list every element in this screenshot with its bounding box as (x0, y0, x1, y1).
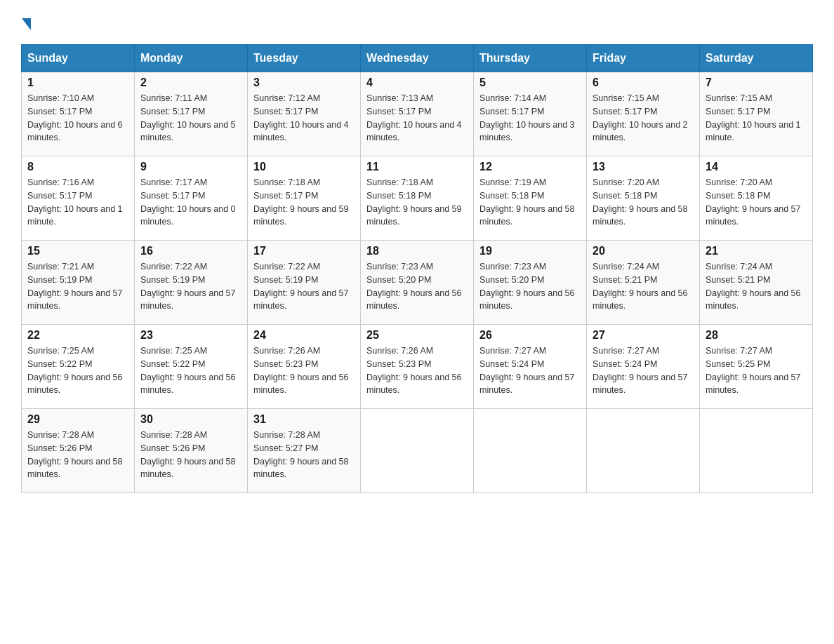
table-row: 15Sunrise: 7:21 AMSunset: 5:19 PMDayligh… (22, 241, 135, 325)
day-number: 15 (27, 245, 128, 257)
day-info: Sunrise: 7:21 AMSunset: 5:19 PMDaylight:… (27, 260, 128, 313)
calendar-week-row: 29Sunrise: 7:28 AMSunset: 5:26 PMDayligh… (22, 409, 813, 493)
day-number: 9 (140, 161, 241, 173)
day-number: 18 (366, 245, 468, 257)
day-info: Sunrise: 7:20 AMSunset: 5:18 PMDaylight:… (593, 176, 694, 229)
day-number: 31 (253, 413, 355, 426)
day-number: 3 (253, 76, 355, 89)
day-info: Sunrise: 7:15 AMSunset: 5:17 PMDaylight:… (706, 92, 807, 145)
day-number: 29 (27, 413, 128, 426)
table-row: 4Sunrise: 7:13 AMSunset: 5:17 PMDaylight… (361, 72, 474, 156)
page-header (21, 14, 813, 30)
table-row: 18Sunrise: 7:23 AMSunset: 5:20 PMDayligh… (361, 241, 474, 325)
day-info: Sunrise: 7:22 AMSunset: 5:19 PMDaylight:… (253, 260, 355, 313)
logo-arrow-icon (22, 18, 31, 30)
table-row: 22Sunrise: 7:25 AMSunset: 5:22 PMDayligh… (22, 325, 135, 409)
day-number: 14 (706, 161, 807, 173)
day-number: 25 (366, 329, 468, 342)
calendar-week-row: 15Sunrise: 7:21 AMSunset: 5:19 PMDayligh… (22, 241, 813, 325)
day-info: Sunrise: 7:13 AMSunset: 5:17 PMDaylight:… (366, 92, 468, 145)
day-info: Sunrise: 7:22 AMSunset: 5:19 PMDaylight:… (140, 260, 241, 313)
day-number: 11 (366, 161, 468, 173)
day-info: Sunrise: 7:28 AMSunset: 5:26 PMDaylight:… (27, 429, 128, 481)
day-number: 24 (253, 329, 355, 342)
day-info: Sunrise: 7:24 AMSunset: 5:21 PMDaylight:… (593, 260, 694, 313)
day-number: 22 (27, 329, 128, 342)
day-info: Sunrise: 7:10 AMSunset: 5:17 PMDaylight:… (27, 92, 128, 145)
day-number: 28 (706, 329, 807, 342)
day-number: 6 (593, 76, 694, 89)
day-number: 8 (27, 161, 128, 173)
table-row: 26Sunrise: 7:27 AMSunset: 5:24 PMDayligh… (474, 325, 587, 409)
day-info: Sunrise: 7:26 AMSunset: 5:23 PMDaylight:… (253, 344, 355, 397)
table-row: 11Sunrise: 7:18 AMSunset: 5:18 PMDayligh… (361, 156, 474, 241)
day-number: 1 (27, 76, 128, 89)
table-row: 10Sunrise: 7:18 AMSunset: 5:17 PMDayligh… (248, 156, 361, 241)
table-row: 9Sunrise: 7:17 AMSunset: 5:17 PMDaylight… (135, 156, 248, 241)
col-wednesday: Wednesday (361, 45, 474, 72)
day-number: 4 (366, 76, 468, 89)
table-row: 14Sunrise: 7:20 AMSunset: 5:18 PMDayligh… (700, 156, 813, 241)
day-info: Sunrise: 7:23 AMSunset: 5:20 PMDaylight:… (479, 260, 581, 313)
table-row (700, 409, 813, 493)
day-number: 12 (479, 161, 581, 173)
header-row: Sunday Monday Tuesday Wednesday Thursday… (22, 45, 813, 72)
day-info: Sunrise: 7:20 AMSunset: 5:18 PMDaylight:… (706, 176, 807, 229)
day-number: 5 (479, 76, 581, 89)
table-row: 28Sunrise: 7:27 AMSunset: 5:25 PMDayligh… (700, 325, 813, 409)
day-number: 21 (706, 245, 807, 257)
table-row: 29Sunrise: 7:28 AMSunset: 5:26 PMDayligh… (22, 409, 135, 493)
day-info: Sunrise: 7:25 AMSunset: 5:22 PMDaylight:… (140, 344, 241, 397)
day-number: 19 (479, 245, 581, 257)
table-row: 5Sunrise: 7:14 AMSunset: 5:17 PMDaylight… (474, 72, 587, 156)
day-info: Sunrise: 7:18 AMSunset: 5:18 PMDaylight:… (366, 176, 468, 229)
day-number: 17 (253, 245, 355, 257)
day-info: Sunrise: 7:26 AMSunset: 5:23 PMDaylight:… (366, 344, 468, 397)
day-info: Sunrise: 7:27 AMSunset: 5:25 PMDaylight:… (706, 344, 807, 397)
table-row: 30Sunrise: 7:28 AMSunset: 5:26 PMDayligh… (135, 409, 248, 493)
day-info: Sunrise: 7:15 AMSunset: 5:17 PMDaylight:… (593, 92, 694, 145)
day-number: 20 (593, 245, 694, 257)
day-info: Sunrise: 7:28 AMSunset: 5:27 PMDaylight:… (253, 429, 355, 481)
col-sunday: Sunday (22, 45, 135, 72)
table-row: 16Sunrise: 7:22 AMSunset: 5:19 PMDayligh… (135, 241, 248, 325)
table-row: 6Sunrise: 7:15 AMSunset: 5:17 PMDaylight… (587, 72, 700, 156)
day-info: Sunrise: 7:27 AMSunset: 5:24 PMDaylight:… (479, 344, 581, 397)
calendar-week-row: 8Sunrise: 7:16 AMSunset: 5:17 PMDaylight… (22, 156, 813, 241)
table-row: 3Sunrise: 7:12 AMSunset: 5:17 PMDaylight… (248, 72, 361, 156)
table-row: 25Sunrise: 7:26 AMSunset: 5:23 PMDayligh… (361, 325, 474, 409)
col-friday: Friday (587, 45, 700, 72)
table-row (587, 409, 700, 493)
calendar-week-row: 22Sunrise: 7:25 AMSunset: 5:22 PMDayligh… (22, 325, 813, 409)
day-info: Sunrise: 7:24 AMSunset: 5:21 PMDaylight:… (706, 260, 807, 313)
day-info: Sunrise: 7:18 AMSunset: 5:17 PMDaylight:… (253, 176, 355, 229)
day-info: Sunrise: 7:16 AMSunset: 5:17 PMDaylight:… (27, 176, 128, 229)
table-row: 17Sunrise: 7:22 AMSunset: 5:19 PMDayligh… (248, 241, 361, 325)
table-row: 31Sunrise: 7:28 AMSunset: 5:27 PMDayligh… (248, 409, 361, 493)
col-tuesday: Tuesday (248, 45, 361, 72)
table-row (474, 409, 587, 493)
day-number: 23 (140, 329, 241, 342)
col-saturday: Saturday (700, 45, 813, 72)
day-number: 7 (706, 76, 807, 89)
day-info: Sunrise: 7:12 AMSunset: 5:17 PMDaylight:… (253, 92, 355, 145)
day-number: 2 (140, 76, 241, 89)
day-number: 26 (479, 329, 581, 342)
day-info: Sunrise: 7:23 AMSunset: 5:20 PMDaylight:… (366, 260, 468, 313)
day-info: Sunrise: 7:25 AMSunset: 5:22 PMDaylight:… (27, 344, 128, 397)
table-row: 7Sunrise: 7:15 AMSunset: 5:17 PMDaylight… (700, 72, 813, 156)
day-info: Sunrise: 7:27 AMSunset: 5:24 PMDaylight:… (593, 344, 694, 397)
day-number: 27 (593, 329, 694, 342)
table-row: 21Sunrise: 7:24 AMSunset: 5:21 PMDayligh… (700, 241, 813, 325)
table-row: 12Sunrise: 7:19 AMSunset: 5:18 PMDayligh… (474, 156, 587, 241)
table-row: 1Sunrise: 7:10 AMSunset: 5:17 PMDaylight… (22, 72, 135, 156)
day-info: Sunrise: 7:14 AMSunset: 5:17 PMDaylight:… (479, 92, 581, 145)
col-thursday: Thursday (474, 45, 587, 72)
day-number: 16 (140, 245, 241, 257)
day-info: Sunrise: 7:11 AMSunset: 5:17 PMDaylight:… (140, 92, 241, 145)
day-number: 10 (253, 161, 355, 173)
day-number: 30 (140, 413, 241, 426)
table-row (361, 409, 474, 493)
table-row: 8Sunrise: 7:16 AMSunset: 5:17 PMDaylight… (22, 156, 135, 241)
table-row: 20Sunrise: 7:24 AMSunset: 5:21 PMDayligh… (587, 241, 700, 325)
